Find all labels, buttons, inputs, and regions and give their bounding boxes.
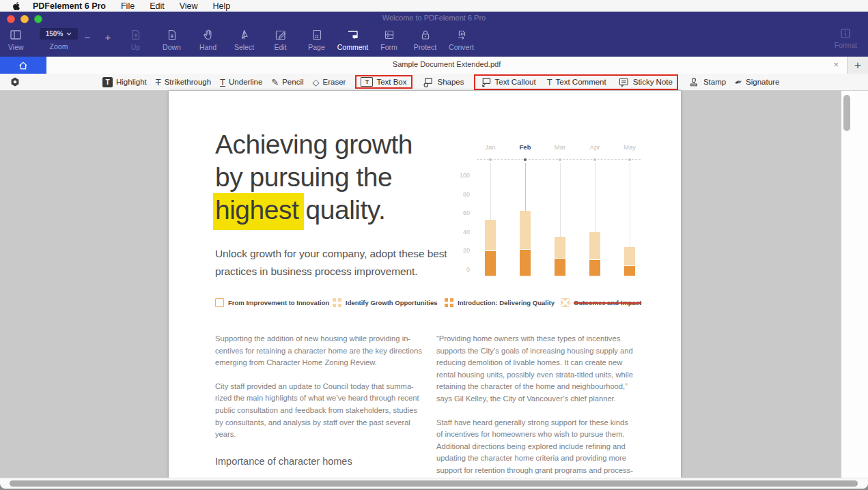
section-heading: Importance of character homes <box>215 456 438 468</box>
chart-axis-dot <box>628 158 631 161</box>
chart-axis-dot <box>524 158 527 161</box>
eraser-icon: ◇ <box>313 78 320 87</box>
protect-mode-button[interactable]: Protect <box>407 27 443 51</box>
text-callout-tool[interactable]: Text Callout <box>479 76 536 88</box>
page-down-button[interactable]: Down <box>154 27 190 51</box>
chart-bar-primary <box>624 265 635 276</box>
chart-bar-primary <box>520 249 531 276</box>
feature-item: Outcomes and Impact <box>561 298 641 307</box>
feature-item: Introduction: Delivering Quality <box>445 298 555 307</box>
document-subtitle: Unlock growth for your company, adopt th… <box>215 245 447 280</box>
highlight-annotation[interactable]: highest <box>213 193 304 230</box>
menu-item-file[interactable]: File <box>121 1 135 11</box>
apple-menu-icon[interactable] <box>12 1 21 10</box>
paragraph: City staff provided an update to Council… <box>215 381 438 441</box>
window-chrome: Welcome to PDFelement 6 Pro View 150% Zo… <box>0 12 868 57</box>
signature-pen-icon: ✒ <box>734 76 744 87</box>
underline-icon: T <box>220 78 225 87</box>
window-title: Welcome to PDFelement 6 Pro <box>0 14 868 22</box>
format-button[interactable]: Format <box>835 27 857 49</box>
left-text-column: Supporting the addition of new housing w… <box>215 333 438 467</box>
home-icon <box>17 59 29 72</box>
app-window: PDFelement 6 Pro File Edit View Help Wel… <box>0 0 868 489</box>
paragraph: “Providing home owners with these types … <box>436 333 659 405</box>
x-checkbox-icon <box>561 298 570 307</box>
chart-y-tick: 100 <box>452 172 470 179</box>
page-down-icon <box>165 27 179 42</box>
document-tab[interactable]: Sample Document Extended.pdf × <box>46 57 847 74</box>
chart-y-tick: 0 <box>452 266 470 273</box>
strikethrough-tool[interactable]: T Strikethrough <box>156 78 211 87</box>
pdf-page: Achieving growth by pursuing the highest… <box>169 91 681 478</box>
chart-y-tick: 60 <box>452 210 470 216</box>
comment-mode-button[interactable]: Comment <box>335 27 371 51</box>
convert-icon <box>455 27 468 42</box>
hand-icon <box>201 27 215 42</box>
highlight-tool[interactable]: T Highlight <box>102 77 147 87</box>
eraser-tool[interactable]: ◇ Eraser <box>313 78 346 87</box>
feature-item: Identify Growth Opportunities <box>333 298 438 307</box>
headline-line-1: Achieving growth <box>215 128 412 161</box>
document-canvas: Achieving growth by pursuing the highest… <box>0 91 868 478</box>
signature-tool[interactable]: ✒ Signature <box>735 78 779 87</box>
zoom-in-button[interactable]: + <box>101 31 115 43</box>
stamp-icon <box>688 76 700 88</box>
horizontal-scrollbar-thumb[interactable] <box>10 480 858 487</box>
form-mode-button[interactable]: Form <box>371 27 407 51</box>
vertical-scrollbar-track <box>841 91 868 478</box>
annotation-tools: T Highlight T Strikethrough T Underline … <box>102 74 779 90</box>
chevron-down-icon <box>66 32 72 35</box>
hand-tool-button[interactable]: Hand <box>190 27 226 51</box>
right-text-column: “Providing home owners with these types … <box>436 333 659 489</box>
chart-month-label: Jan <box>477 143 504 151</box>
menu-item-edit[interactable]: Edit <box>150 1 165 11</box>
empty-checkbox-icon <box>215 298 224 307</box>
chart-axis-dot <box>489 158 492 161</box>
edit-pencil-icon <box>274 27 288 42</box>
chart-axis-dot <box>559 158 561 161</box>
text-box-icon: T <box>361 77 373 87</box>
page-mode-button[interactable]: Page <box>298 27 335 51</box>
sticky-note-icon <box>617 76 630 88</box>
zoom-value: 150% <box>46 30 64 38</box>
paragraph: Staff have heard generally strong suppor… <box>436 417 659 477</box>
edit-mode-button[interactable]: Edit <box>262 27 298 51</box>
zoom-out-button[interactable]: − <box>81 31 94 43</box>
tab-bar: Sample Document Extended.pdf × + <box>0 57 868 74</box>
convert-mode-button[interactable]: Convert <box>443 27 479 51</box>
home-tab[interactable] <box>0 57 46 74</box>
zoom-level-dropdown[interactable]: 150% <box>40 28 78 40</box>
text-comment-tool[interactable]: T Text Comment <box>547 78 606 87</box>
page-up-button[interactable]: Up <box>117 27 154 51</box>
document-tab-title: Sample Document Extended.pdf <box>46 60 847 68</box>
select-tool-button[interactable]: Select <box>226 27 262 51</box>
highlighted-group-comments: Text Callout T Text Comment Sticky Note <box>474 74 678 90</box>
page-grid-icon <box>310 27 324 42</box>
chart-bar-secondary <box>589 232 600 259</box>
menu-item-view[interactable]: View <box>180 1 198 11</box>
plus-icon: + <box>854 59 861 72</box>
sticky-note-tool[interactable]: Sticky Note <box>617 76 673 88</box>
view-button[interactable]: View <box>8 27 24 51</box>
chart-bar-secondary <box>555 237 565 259</box>
comment-bubble-icon <box>346 27 361 42</box>
highlighted-group-textbox: T Text Box <box>355 75 412 89</box>
text-callout-icon <box>479 76 492 88</box>
stamp-tool[interactable]: Stamp <box>688 76 726 88</box>
text-box-tool[interactable]: T Text Box <box>361 77 406 87</box>
underline-tool[interactable]: T Underline <box>220 78 262 87</box>
close-tab-icon[interactable]: × <box>833 59 839 70</box>
pencil-tool[interactable]: ✎ Pencil <box>271 78 303 87</box>
menu-app-name[interactable]: PDFelement 6 Pro <box>33 1 106 11</box>
new-tab-button[interactable]: + <box>847 57 868 74</box>
strikethrough-icon: T <box>156 78 161 87</box>
chart-axis-dot <box>593 158 596 161</box>
page-up-icon <box>129 27 143 42</box>
menu-item-help[interactable]: Help <box>213 1 231 11</box>
chart-month-label: Feb <box>512 143 539 151</box>
shapes-tool[interactable]: Shapes <box>422 76 464 88</box>
cursor-icon <box>238 27 251 42</box>
vertical-scrollbar-thumb[interactable] <box>843 95 850 131</box>
properties-gear-icon[interactable] <box>9 76 21 91</box>
strikethrough-annotation[interactable]: Outcomes and Impact <box>574 299 641 306</box>
